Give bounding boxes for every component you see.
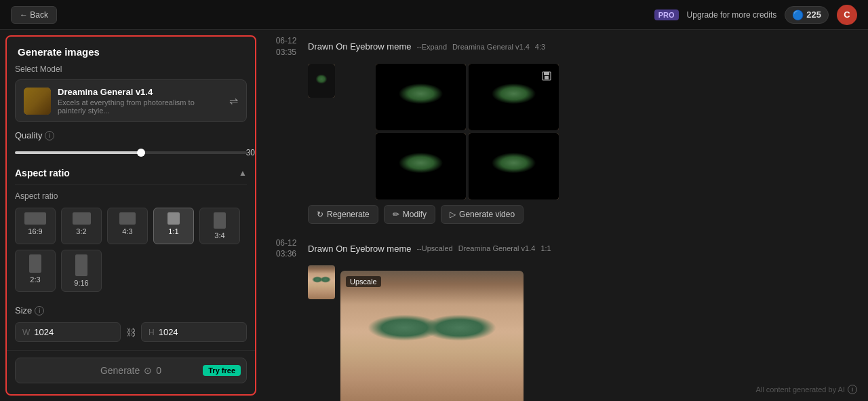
avatar[interactable]: C bbox=[837, 5, 857, 25]
aspect-ratio-sublabel: Aspect ratio bbox=[15, 191, 247, 201]
credits-badge: 🔵 225 bbox=[785, 6, 829, 24]
group-2-large-image: Upscale bbox=[340, 271, 524, 401]
footer-text: All content generated by AI i bbox=[756, 385, 857, 394]
svg-rect-8 bbox=[544, 72, 549, 75]
size-section: Size i W 1024 ⛓ H 1024 bbox=[7, 305, 255, 350]
quality-section: Quality i 30 bbox=[7, 130, 255, 168]
regenerate-label: Regenerate bbox=[327, 210, 370, 219]
svg-rect-9 bbox=[545, 76, 549, 79]
height-value: 1024 bbox=[159, 327, 178, 337]
aspect-icon-2-3 bbox=[29, 254, 41, 273]
group-2-large-image-container: Upscale bbox=[340, 265, 524, 401]
generate-video-button[interactable]: ▷ Generate video bbox=[441, 205, 524, 224]
group-1-date: 06-12 03:35 bbox=[273, 35, 300, 58]
quality-slider-track bbox=[15, 151, 247, 154]
regenerate-button[interactable]: ↻ Regenerate bbox=[308, 205, 378, 224]
pro-badge: PRO bbox=[654, 9, 679, 20]
save-button-group1[interactable] bbox=[537, 66, 556, 85]
group-2-thumb bbox=[308, 265, 335, 299]
topbar: ← Back PRO Upgrade for more credits 🔵 22… bbox=[0, 0, 868, 30]
image-cell-4 bbox=[469, 133, 559, 199]
modify-icon: ✏ bbox=[393, 210, 399, 219]
upscale-label: Upscale bbox=[346, 276, 381, 287]
svg-rect-6 bbox=[75, 254, 87, 276]
width-label: W bbox=[22, 328, 30, 337]
generate-video-label: Generate video bbox=[459, 210, 515, 219]
image-group-2: 06-12 03:36 Drawn On Eyebrow meme --Upsc… bbox=[273, 237, 857, 401]
group-2-upscale-tag[interactable]: --Upscaled bbox=[416, 244, 452, 252]
aspect-btn-1-1[interactable]: 1:1 bbox=[153, 208, 194, 244]
model-name: Dreamina General v1.4 bbox=[58, 87, 222, 97]
aspect-btn-16-9[interactable]: 16:9 bbox=[15, 208, 56, 244]
quality-slider-wrapper bbox=[15, 146, 247, 159]
aspect-icon-3-4 bbox=[214, 212, 226, 229]
generate-button[interactable]: Generate ⊙ 0 Try free bbox=[15, 358, 247, 383]
group-1-model: Dreamina General v1.4 bbox=[452, 43, 530, 51]
group-2-date: 06-12 03:36 bbox=[273, 237, 300, 261]
back-button[interactable]: ← Back bbox=[11, 6, 57, 24]
select-model-label: Select Model bbox=[15, 64, 247, 74]
quality-info-icon[interactable]: i bbox=[45, 131, 54, 140]
quality-value: 30 bbox=[246, 148, 255, 157]
aspect-btn-3-2[interactable]: 3:2 bbox=[61, 208, 102, 244]
model-description: Excels at everything from photorealism t… bbox=[58, 98, 222, 115]
height-input-group[interactable]: H 1024 bbox=[141, 322, 247, 342]
generate-video-icon: ▷ bbox=[450, 210, 456, 219]
size-inputs: W 1024 ⛓ H 1024 bbox=[15, 322, 247, 342]
svg-rect-0 bbox=[24, 212, 46, 225]
footer-info-icon[interactable]: i bbox=[848, 385, 857, 394]
link-proportions-icon[interactable]: ⛓ bbox=[126, 327, 136, 338]
modify-button[interactable]: ✏ Modify bbox=[384, 205, 435, 224]
aspect-btn-3-4[interactable]: 3:4 bbox=[199, 208, 240, 244]
group-2-model: Dreamina General v1.4 bbox=[458, 244, 536, 252]
quality-header: Quality i bbox=[15, 130, 247, 140]
height-label: H bbox=[149, 328, 155, 337]
aspect-icon-16-9 bbox=[24, 212, 46, 225]
sidebar-title: Generate images bbox=[7, 37, 255, 64]
generate-bar: Generate ⊙ 0 Try free bbox=[7, 350, 255, 390]
sidebar: Generate images Select Model Dreamina Ge… bbox=[5, 35, 256, 396]
save-icon bbox=[542, 71, 551, 81]
size-info-icon[interactable]: i bbox=[35, 306, 44, 316]
aspect-ratio-chevron-icon[interactable]: ▲ bbox=[239, 168, 247, 178]
aspect-btn-4-3[interactable]: 4:3 bbox=[107, 208, 148, 244]
model-settings-icon[interactable]: ⇌ bbox=[229, 94, 238, 107]
group-1-title: Drawn On Eyebrow meme bbox=[308, 41, 411, 52]
group-1-expand-tag[interactable]: --Expand bbox=[416, 43, 447, 51]
credits-icon: 🔵 bbox=[792, 9, 804, 20]
group-1-meta: Drawn On Eyebrow meme --Expand Dreamina … bbox=[308, 41, 545, 52]
group-1-ratio: 4:3 bbox=[535, 43, 545, 51]
svg-rect-4 bbox=[214, 212, 226, 229]
generate-credits-icon: ⊙ bbox=[144, 365, 152, 376]
action-buttons-group1: ↻ Regenerate ✏ Modify ▷ Generate video bbox=[308, 205, 857, 224]
generate-label: Generate bbox=[100, 365, 140, 376]
aspect-icon-1-1 bbox=[167, 212, 180, 225]
width-input-group[interactable]: W 1024 bbox=[15, 322, 121, 342]
image-group-1-header: 06-12 03:35 Drawn On Eyebrow meme --Expa… bbox=[273, 35, 857, 58]
aspect-btn-2-3[interactable]: 2:3 bbox=[15, 250, 56, 292]
group-1-thumb bbox=[308, 64, 335, 98]
model-card[interactable]: Dreamina General v1.4 Excels at everythi… bbox=[15, 79, 247, 122]
try-free-badge: Try free bbox=[203, 365, 241, 376]
group-1-image-area bbox=[340, 64, 559, 199]
topbar-right: PRO Upgrade for more credits 🔵 225 C bbox=[654, 5, 857, 25]
quality-slider-thumb[interactable] bbox=[137, 149, 145, 157]
svg-rect-5 bbox=[29, 254, 41, 273]
quality-slider-fill bbox=[15, 151, 145, 154]
aspect-ratio-section-label: Aspect ratio bbox=[15, 168, 70, 178]
model-thumbnail bbox=[24, 88, 51, 115]
upgrade-text[interactable]: Upgrade for more credits bbox=[687, 10, 777, 20]
image-cell-1 bbox=[376, 64, 466, 130]
aspect-btn-9-16[interactable]: 9:16 bbox=[61, 250, 102, 292]
width-value: 1024 bbox=[34, 327, 54, 337]
footer-label: All content generated by AI bbox=[756, 385, 845, 394]
image-group-2-header: 06-12 03:36 Drawn On Eyebrow meme --Upsc… bbox=[273, 237, 857, 261]
aspect-icon-4-3 bbox=[119, 212, 136, 225]
aspect-ratio-section: Aspect ratio ▲ Aspect ratio 16:9 3:2 4:3 bbox=[7, 168, 255, 305]
group-2-ratio: 1:1 bbox=[540, 244, 551, 252]
regenerate-icon: ↻ bbox=[317, 210, 323, 219]
modify-label: Modify bbox=[403, 210, 427, 219]
svg-rect-1 bbox=[73, 212, 91, 225]
credits-value: 225 bbox=[806, 9, 821, 20]
size-label: Size bbox=[15, 305, 32, 316]
